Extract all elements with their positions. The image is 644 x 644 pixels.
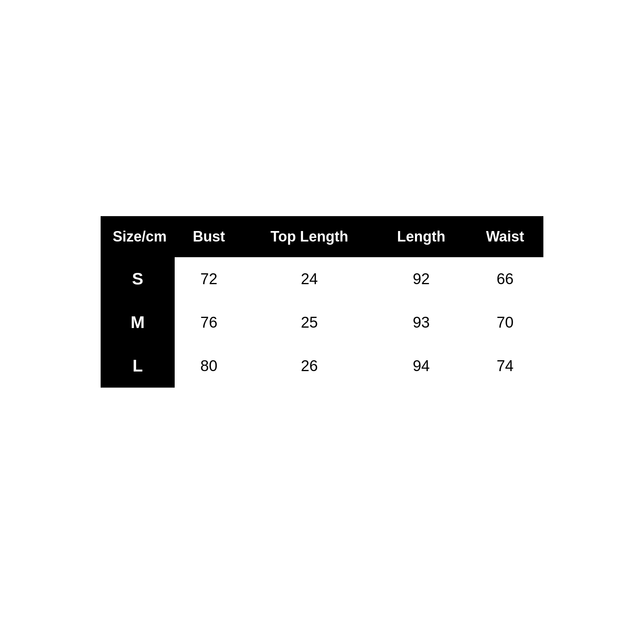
header-waist: Waist: [467, 216, 543, 257]
cell-top-length-m: 25: [243, 301, 376, 344]
cell-size-l: L: [101, 344, 175, 388]
cell-length-l: 94: [376, 344, 466, 388]
cell-length-m: 93: [376, 301, 466, 344]
cell-bust-s: 72: [175, 257, 243, 301]
cell-size-m: M: [101, 301, 175, 344]
header-top-length: Top Length: [243, 216, 376, 257]
cell-bust-l: 80: [175, 344, 243, 388]
table-header-row: Size/cm Bust Top Length Length Waist: [101, 216, 543, 257]
size-chart-table: Size/cm Bust Top Length Length Waist S 7…: [101, 216, 543, 388]
cell-waist-l: 74: [467, 344, 543, 388]
cell-size-s: S: [101, 257, 175, 301]
cell-bust-m: 76: [175, 301, 243, 344]
cell-top-length-s: 24: [243, 257, 376, 301]
table-row: M 76 25 93 70: [101, 301, 543, 344]
table-row: L 80 26 94 74: [101, 344, 543, 388]
header-size-cm: Size/cm: [101, 216, 175, 257]
cell-waist-m: 70: [467, 301, 543, 344]
header-length: Length: [376, 216, 466, 257]
cell-top-length-l: 26: [243, 344, 376, 388]
size-chart-wrapper: Size/cm Bust Top Length Length Waist S 7…: [101, 216, 543, 388]
cell-waist-s: 66: [467, 257, 543, 301]
table-row: S 72 24 92 66: [101, 257, 543, 301]
header-bust: Bust: [175, 216, 243, 257]
cell-length-s: 92: [376, 257, 466, 301]
